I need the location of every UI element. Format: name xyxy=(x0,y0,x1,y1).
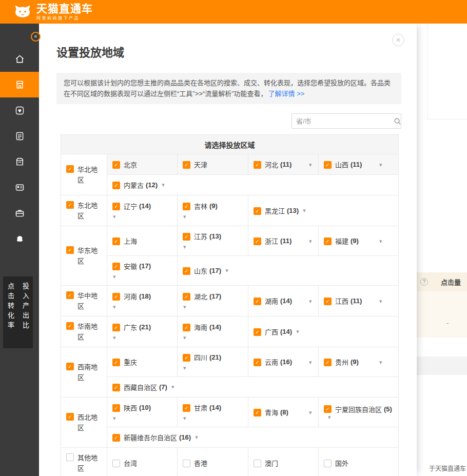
sidebar-item-reports[interactable] xyxy=(0,123,39,149)
dropdown-caret[interactable]: ▾ xyxy=(112,273,176,280)
province-checkbox[interactable]: ✓ xyxy=(112,182,120,189)
province-checkbox[interactable]: ✓ xyxy=(254,359,261,366)
dropdown-caret[interactable]: ▾ xyxy=(379,359,382,365)
province-checkbox[interactable]: ✓ xyxy=(112,161,120,169)
province-checkbox[interactable]: ✓ xyxy=(183,233,190,241)
dropdown-caret[interactable]: ▾ xyxy=(309,359,312,365)
dropdown-caret[interactable]: ▾ xyxy=(303,207,306,214)
province-checkbox[interactable]: ✓ xyxy=(254,207,261,215)
dropdown-caret[interactable]: ▾ xyxy=(112,334,176,341)
region-checkbox[interactable]: ✓ xyxy=(66,413,74,421)
dropdown-caret[interactable]: ▾ xyxy=(183,244,247,250)
sidebar-item-account[interactable] xyxy=(0,174,39,200)
region-checkbox[interactable]: ✓ xyxy=(66,165,74,173)
province-checkbox[interactable]: ✓ xyxy=(112,404,120,412)
province-checkbox[interactable]: ✓ xyxy=(183,404,190,412)
dropdown-caret[interactable]: ▾ xyxy=(195,434,198,441)
dropdown-caret[interactable]: ▾ xyxy=(112,213,176,220)
province-checkbox[interactable]: ✓ xyxy=(183,203,190,210)
province-checkbox[interactable]: ✓ xyxy=(324,298,332,305)
province-count: (18) xyxy=(139,292,151,300)
province-checkbox[interactable]: ✓ xyxy=(183,354,190,362)
province-checkbox[interactable]: ✓ xyxy=(112,384,120,391)
dropdown-caret[interactable]: ▾ xyxy=(309,237,312,244)
sidebar-item-assistant[interactable] xyxy=(0,226,39,251)
search-icon[interactable] xyxy=(391,117,404,125)
region-checkbox[interactable]: ✓ xyxy=(66,322,74,330)
region-checkbox[interactable]: ✓ xyxy=(66,246,74,254)
dropdown-caret[interactable]: ▾ xyxy=(183,213,247,220)
dropdown-caret[interactable]: ▾ xyxy=(183,334,247,341)
region-checkbox[interactable]: ✓ xyxy=(66,291,74,299)
region-group-cell: ✓华北地区 xyxy=(61,154,107,195)
metrics-vertical-badge[interactable]: 点击转化率 投入产出比 xyxy=(3,276,33,348)
province-label: 江西 xyxy=(335,296,348,306)
province-checkbox[interactable]: ✓ xyxy=(112,434,120,442)
collapse-sidebar-button[interactable]: « xyxy=(31,32,41,42)
province-checkbox[interactable]: ✓ xyxy=(112,324,120,331)
province-cell: ✓浙江(11)▾ xyxy=(248,226,319,256)
province-checkbox[interactable] xyxy=(324,460,332,467)
province-checkbox[interactable]: ✓ xyxy=(112,237,120,245)
dropdown-caret[interactable]: ▾ xyxy=(171,384,174,390)
region-checkbox[interactable] xyxy=(66,453,74,461)
region-checkbox[interactable]: ✓ xyxy=(66,201,74,209)
sidebar-item-favorites[interactable] xyxy=(0,97,39,123)
dropdown-caret[interactable]: ▾ xyxy=(309,298,312,304)
province-label: 山东 xyxy=(194,266,207,275)
dropdown-caret[interactable]: ▾ xyxy=(112,304,176,310)
province-checkbox[interactable]: ✓ xyxy=(112,293,120,301)
sidebar-item-campaign[interactable] xyxy=(0,72,39,97)
province-checkbox[interactable] xyxy=(112,460,120,467)
province-checkbox[interactable]: ✓ xyxy=(183,161,190,169)
province-checkbox[interactable]: ✓ xyxy=(254,328,261,336)
learn-more-link[interactable]: 了解详情 >> xyxy=(268,90,305,97)
region-row: 其他地区台湾香港澳门国外 xyxy=(61,448,399,476)
region-checkbox[interactable]: ✓ xyxy=(66,363,74,370)
province-cell: ✓上海 xyxy=(107,226,178,256)
help-icon[interactable]: ? xyxy=(420,278,428,286)
close-icon[interactable]: ✕ xyxy=(392,34,404,46)
province-cell: ✓宁夏回族自治区(5)▾ xyxy=(319,398,399,427)
province-checkbox[interactable]: ✓ xyxy=(183,324,190,331)
province-checkbox[interactable]: ✓ xyxy=(324,237,332,245)
province-checkbox[interactable]: ✓ xyxy=(324,161,332,169)
dropdown-caret[interactable]: ▾ xyxy=(309,409,312,415)
province-checkbox[interactable]: ✓ xyxy=(254,409,261,417)
province-checkbox[interactable]: ✓ xyxy=(324,359,332,366)
region-label: 西南地区 xyxy=(77,362,99,382)
province-checkbox[interactable] xyxy=(254,460,261,467)
province-label: 云南 xyxy=(265,357,278,367)
dropdown-caret[interactable]: ▾ xyxy=(296,328,299,335)
sidebar-item-tools[interactable] xyxy=(0,200,39,226)
province-checkbox[interactable]: ✓ xyxy=(254,161,261,169)
sidebar-item-mall[interactable] xyxy=(0,149,39,174)
tmall-logo[interactable]: 天猫直通车 阿里妈妈旗下产品 xyxy=(13,3,93,21)
province-checkbox[interactable]: ✓ xyxy=(254,298,261,305)
dropdown-caret[interactable]: ▾ xyxy=(112,415,176,422)
dropdown-caret[interactable]: ▾ xyxy=(183,415,247,422)
province-checkbox[interactable]: ✓ xyxy=(254,237,261,245)
province-checkbox[interactable]: ✓ xyxy=(324,405,332,413)
province-checkbox[interactable]: ✓ xyxy=(183,267,190,275)
dropdown-caret[interactable]: ▾ xyxy=(183,304,247,310)
province-cell: ✓四川(21)▾ xyxy=(178,347,248,377)
sidebar-item-home[interactable] xyxy=(0,46,39,72)
province-checkbox[interactable]: ✓ xyxy=(112,359,120,366)
province-checkbox[interactable]: ✓ xyxy=(112,263,120,270)
province-search-input[interactable] xyxy=(292,117,391,125)
province-label: 天津 xyxy=(194,160,207,169)
province-checkbox[interactable]: ✓ xyxy=(112,203,120,210)
province-count: (8) xyxy=(280,408,288,416)
province-checkbox[interactable]: ✓ xyxy=(183,293,190,301)
dropdown-caret[interactable]: ▾ xyxy=(309,161,312,168)
dropdown-caret[interactable]: ▾ xyxy=(379,237,382,244)
dropdown-caret[interactable]: ▾ xyxy=(162,182,165,188)
dropdown-caret[interactable]: ▾ xyxy=(183,365,247,371)
province-checkbox[interactable] xyxy=(183,460,190,467)
background-table-header-row: ? 点击量 xyxy=(417,272,467,291)
dropdown-caret[interactable]: ▾ xyxy=(225,267,228,274)
dropdown-caret[interactable]: ▾ xyxy=(328,414,331,421)
dropdown-caret[interactable]: ▾ xyxy=(379,161,382,168)
dropdown-caret[interactable]: ▾ xyxy=(379,298,382,304)
